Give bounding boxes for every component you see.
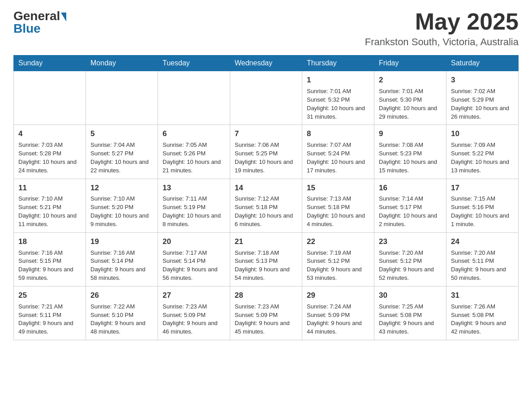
day-number: 5 (90, 128, 153, 139)
day-number: 11 (18, 183, 81, 193)
day-number: 7 (235, 128, 297, 139)
table-row: 6Sunrise: 7:05 AMSunset: 5:26 PMDaylight… (158, 125, 230, 179)
calendar-week-row: 25Sunrise: 7:21 AMSunset: 5:11 PMDayligh… (14, 286, 519, 340)
table-row: 15Sunrise: 7:13 AMSunset: 5:18 PMDayligh… (302, 179, 374, 232)
month-title: May 2025 (365, 9, 519, 34)
table-row: 28Sunrise: 7:23 AMSunset: 5:09 PMDayligh… (230, 286, 302, 340)
day-info: Sunrise: 7:20 AMSunset: 5:11 PMDaylight:… (451, 249, 514, 283)
table-row: 26Sunrise: 7:22 AMSunset: 5:10 PMDayligh… (86, 286, 158, 340)
day-info: Sunrise: 7:18 AMSunset: 5:13 PMDaylight:… (235, 249, 297, 283)
col-wednesday: Wednesday (230, 56, 302, 71)
col-saturday: Saturday (446, 56, 519, 71)
day-info: Sunrise: 7:21 AMSunset: 5:11 PMDaylight:… (18, 303, 81, 336)
day-number: 10 (451, 128, 514, 139)
table-row: 31Sunrise: 7:26 AMSunset: 5:08 PMDayligh… (446, 286, 519, 340)
table-row: 8Sunrise: 7:07 AMSunset: 5:24 PMDaylight… (302, 125, 374, 179)
table-row (230, 71, 302, 125)
day-number: 9 (379, 128, 442, 139)
day-number: 13 (163, 183, 225, 193)
table-row: 2Sunrise: 7:01 AMSunset: 5:30 PMDaylight… (374, 71, 446, 125)
day-info: Sunrise: 7:10 AMSunset: 5:21 PMDaylight:… (18, 195, 81, 228)
day-number: 2 (379, 75, 442, 86)
day-info: Sunrise: 7:20 AMSunset: 5:12 PMDaylight:… (379, 249, 442, 283)
day-number: 21 (235, 236, 297, 247)
title-section: May 2025 Frankston South, Victoria, Aust… (365, 9, 519, 48)
logo-arrow-icon (61, 13, 66, 21)
day-number: 22 (307, 236, 369, 247)
calendar-week-row: 11Sunrise: 7:10 AMSunset: 5:21 PMDayligh… (14, 179, 519, 232)
table-row: 19Sunrise: 7:16 AMSunset: 5:14 PMDayligh… (86, 232, 158, 286)
col-thursday: Thursday (302, 56, 374, 71)
table-row: 18Sunrise: 7:16 AMSunset: 5:15 PMDayligh… (14, 232, 86, 286)
logo-blue-text: Blue (13, 21, 41, 36)
day-number: 3 (451, 75, 514, 86)
day-info: Sunrise: 7:15 AMSunset: 5:16 PMDaylight:… (451, 195, 514, 228)
day-number: 20 (163, 236, 225, 247)
logo: General Blue (13, 9, 66, 36)
day-number: 4 (18, 128, 81, 139)
day-number: 24 (451, 236, 514, 247)
col-tuesday: Tuesday (158, 56, 230, 71)
location-title: Frankston South, Victoria, Australia (365, 36, 519, 48)
table-row: 14Sunrise: 7:12 AMSunset: 5:18 PMDayligh… (230, 179, 302, 232)
day-number: 30 (379, 290, 442, 301)
day-number: 26 (90, 290, 153, 301)
day-number: 29 (307, 290, 369, 301)
day-info: Sunrise: 7:08 AMSunset: 5:23 PMDaylight:… (379, 141, 442, 175)
calendar-table: Sunday Monday Tuesday Wednesday Thursday… (13, 55, 519, 340)
day-number: 12 (90, 183, 153, 193)
table-row: 22Sunrise: 7:19 AMSunset: 5:12 PMDayligh… (302, 232, 374, 286)
table-row: 16Sunrise: 7:14 AMSunset: 5:17 PMDayligh… (374, 179, 446, 232)
day-info: Sunrise: 7:03 AMSunset: 5:28 PMDaylight:… (18, 141, 81, 175)
table-row: 30Sunrise: 7:25 AMSunset: 5:08 PMDayligh… (374, 286, 446, 340)
day-info: Sunrise: 7:22 AMSunset: 5:10 PMDaylight:… (90, 303, 153, 336)
day-info: Sunrise: 7:19 AMSunset: 5:12 PMDaylight:… (307, 249, 369, 283)
table-row: 7Sunrise: 7:06 AMSunset: 5:25 PMDaylight… (230, 125, 302, 179)
day-number: 18 (18, 236, 81, 247)
calendar-week-row: 1Sunrise: 7:01 AMSunset: 5:32 PMDaylight… (14, 71, 519, 125)
day-number: 16 (379, 183, 442, 193)
day-info: Sunrise: 7:04 AMSunset: 5:27 PMDaylight:… (90, 141, 153, 175)
day-info: Sunrise: 7:10 AMSunset: 5:20 PMDaylight:… (90, 195, 153, 228)
day-number: 19 (90, 236, 153, 247)
table-row: 13Sunrise: 7:11 AMSunset: 5:19 PMDayligh… (158, 179, 230, 232)
day-info: Sunrise: 7:05 AMSunset: 5:26 PMDaylight:… (163, 141, 225, 175)
day-info: Sunrise: 7:25 AMSunset: 5:08 PMDaylight:… (379, 303, 442, 336)
day-number: 31 (451, 290, 514, 301)
calendar-week-row: 18Sunrise: 7:16 AMSunset: 5:15 PMDayligh… (14, 232, 519, 286)
day-info: Sunrise: 7:02 AMSunset: 5:29 PMDaylight:… (451, 87, 514, 121)
table-row (86, 71, 158, 125)
day-info: Sunrise: 7:13 AMSunset: 5:18 PMDaylight:… (307, 195, 369, 228)
table-row: 17Sunrise: 7:15 AMSunset: 5:16 PMDayligh… (446, 179, 519, 232)
day-info: Sunrise: 7:16 AMSunset: 5:15 PMDaylight:… (18, 249, 81, 283)
day-info: Sunrise: 7:09 AMSunset: 5:22 PMDaylight:… (451, 141, 514, 175)
day-info: Sunrise: 7:16 AMSunset: 5:14 PMDaylight:… (90, 249, 153, 283)
day-number: 6 (163, 128, 225, 139)
table-row: 29Sunrise: 7:24 AMSunset: 5:09 PMDayligh… (302, 286, 374, 340)
page-header: General Blue May 2025 Frankston South, V… (13, 9, 519, 48)
col-sunday: Sunday (14, 56, 86, 71)
table-row: 20Sunrise: 7:17 AMSunset: 5:14 PMDayligh… (158, 232, 230, 286)
table-row: 1Sunrise: 7:01 AMSunset: 5:32 PMDaylight… (302, 71, 374, 125)
day-info: Sunrise: 7:12 AMSunset: 5:18 PMDaylight:… (235, 195, 297, 228)
day-number: 28 (235, 290, 297, 301)
day-number: 8 (307, 128, 369, 139)
day-info: Sunrise: 7:14 AMSunset: 5:17 PMDaylight:… (379, 195, 442, 228)
col-monday: Monday (86, 56, 158, 71)
table-row: 4Sunrise: 7:03 AMSunset: 5:28 PMDaylight… (14, 125, 86, 179)
table-row: 11Sunrise: 7:10 AMSunset: 5:21 PMDayligh… (14, 179, 86, 232)
day-info: Sunrise: 7:11 AMSunset: 5:19 PMDaylight:… (163, 195, 225, 228)
table-row: 9Sunrise: 7:08 AMSunset: 5:23 PMDaylight… (374, 125, 446, 179)
day-number: 25 (18, 290, 81, 301)
day-info: Sunrise: 7:01 AMSunset: 5:30 PMDaylight:… (379, 87, 442, 121)
table-row: 5Sunrise: 7:04 AMSunset: 5:27 PMDaylight… (86, 125, 158, 179)
col-friday: Friday (374, 56, 446, 71)
table-row: 21Sunrise: 7:18 AMSunset: 5:13 PMDayligh… (230, 232, 302, 286)
table-row (14, 71, 86, 125)
table-row: 27Sunrise: 7:23 AMSunset: 5:09 PMDayligh… (158, 286, 230, 340)
table-row: 12Sunrise: 7:10 AMSunset: 5:20 PMDayligh… (86, 179, 158, 232)
day-number: 17 (451, 183, 514, 193)
calendar-header-row: Sunday Monday Tuesday Wednesday Thursday… (14, 56, 519, 71)
day-info: Sunrise: 7:06 AMSunset: 5:25 PMDaylight:… (235, 141, 297, 175)
table-row: 3Sunrise: 7:02 AMSunset: 5:29 PMDaylight… (446, 71, 519, 125)
